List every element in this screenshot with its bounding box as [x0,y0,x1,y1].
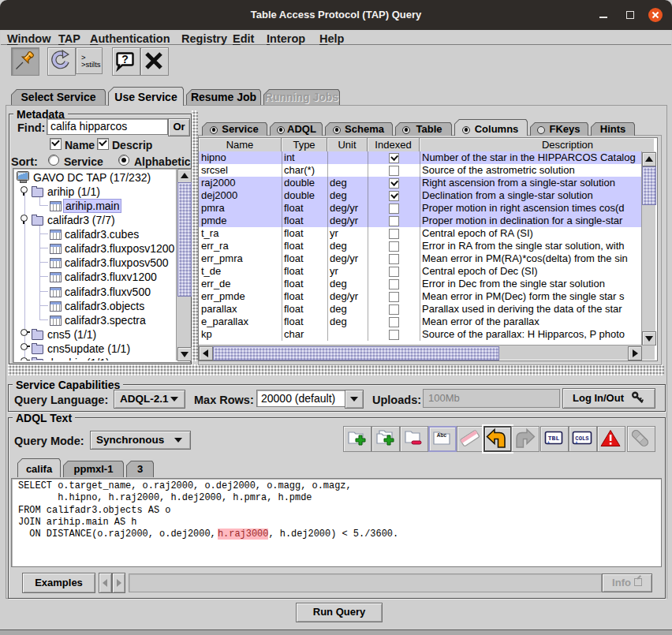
svg-text:TBL: TBL [548,435,560,442]
svg-text:Abc: Abc [437,432,447,438]
svg-text:COLS: COLS [575,435,589,442]
svg-text:?: ? [121,53,129,65]
